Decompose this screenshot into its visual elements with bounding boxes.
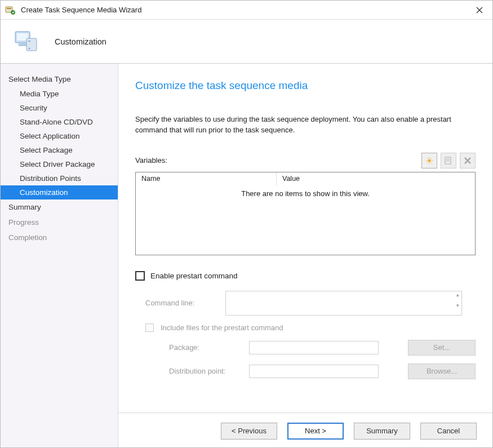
distribution-point-input: [249, 365, 379, 378]
package-label: Package:: [169, 343, 242, 352]
wizard-icon: [13, 28, 40, 55]
sidebar: Select Media Type Media Type Security St…: [1, 64, 118, 448]
package-input: [249, 341, 379, 354]
window-title: Create Task Sequence Media Wizard: [21, 6, 471, 14]
page-heading: Customize the task sequence media: [135, 79, 476, 92]
sidebar-item-select-application[interactable]: Select Application: [1, 129, 118, 143]
sidebar-item-media-type[interactable]: Media Type: [1, 87, 118, 101]
svg-point-9: [428, 159, 431, 162]
cancel-button[interactable]: Cancel: [420, 423, 477, 440]
include-files-label: Include files for the prestart command: [161, 323, 283, 332]
wizard-footer: < Previous Next > Summary Cancel: [118, 412, 492, 448]
new-variable-button[interactable]: [421, 153, 437, 168]
commandline-input: ▴▾: [225, 291, 462, 316]
variables-label: Variables:: [135, 156, 167, 165]
previous-button[interactable]: < Previous: [221, 423, 277, 440]
sidebar-item-security[interactable]: Security: [1, 101, 118, 115]
commandline-label: Command line:: [145, 299, 219, 307]
set-button: Set...: [408, 340, 476, 356]
sidebar-item-distribution-points[interactable]: Distribution Points: [1, 171, 118, 185]
variables-table[interactable]: Name Value There are no items to show in…: [135, 172, 476, 255]
table-header: Name Value: [136, 172, 475, 186]
sidebar-item-standalone-cddvd[interactable]: Stand-Alone CD/DVD: [1, 115, 118, 129]
edit-variable-button: [441, 153, 456, 168]
enable-prestart-label: Enable prestart command: [150, 272, 238, 280]
delete-variable-button: [460, 153, 476, 168]
svg-rect-5: [26, 38, 37, 51]
summary-button[interactable]: Summary: [354, 423, 410, 440]
sidebar-item-progress: Progress: [1, 215, 118, 230]
wizard-header: Customization: [1, 20, 492, 64]
sidebar-item-select-package[interactable]: Select Package: [1, 143, 118, 157]
main-panel: Customize the task sequence media Specif…: [118, 64, 492, 448]
svg-rect-8: [19, 44, 26, 46]
svg-rect-1: [7, 8, 11, 9]
sidebar-item-completion: Completion: [1, 230, 118, 245]
column-value[interactable]: Value: [277, 172, 475, 186]
svg-rect-12: [446, 161, 450, 161]
step-title: Customization: [55, 37, 106, 46]
variables-toolbar: [421, 153, 476, 168]
sidebar-group-select-media-type: Select Media Type: [1, 72, 118, 87]
scroll-arrows-icon: ▴▾: [456, 292, 459, 308]
close-button[interactable]: [471, 2, 488, 19]
include-files-checkbox: [145, 323, 154, 332]
distribution-point-label: Distribution point:: [169, 367, 242, 375]
column-name[interactable]: Name: [136, 172, 277, 186]
sidebar-item-summary[interactable]: Summary: [1, 199, 118, 215]
svg-rect-11: [446, 159, 450, 159]
wizard-body: Select Media Type Media Type Security St…: [1, 64, 492, 448]
next-button[interactable]: Next >: [287, 423, 344, 440]
svg-rect-6: [28, 41, 30, 42]
svg-point-7: [29, 47, 30, 49]
app-icon: [5, 5, 15, 15]
browse-button: Browse...: [408, 363, 476, 379]
titlebar: Create Task Sequence Media Wizard: [1, 1, 492, 20]
table-empty-message: There are no items to show in this view.: [136, 186, 475, 198]
sidebar-item-select-driver-package[interactable]: Select Driver Package: [1, 157, 118, 171]
sidebar-item-customization[interactable]: Customization: [1, 185, 118, 199]
enable-prestart-checkbox[interactable]: [135, 271, 145, 281]
page-description: Specify the variables to use during the …: [135, 114, 462, 136]
